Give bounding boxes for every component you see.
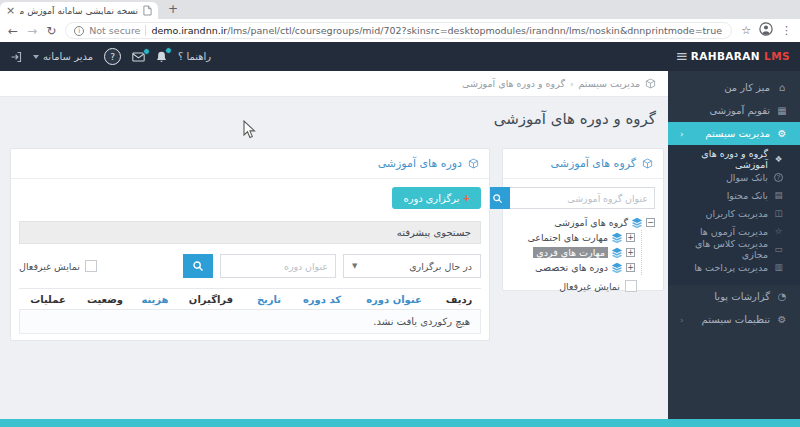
hold-course-button[interactable]: + برگزاری دوره	[392, 187, 481, 209]
hamburger-menu-icon[interactable]: ≡	[675, 47, 688, 65]
column-header-cost[interactable]: هزینه	[133, 294, 177, 305]
notification-badge	[143, 48, 150, 55]
tree-node-selected[interactable]: + مهارت های فردی	[511, 245, 635, 260]
profile-icon[interactable]	[759, 21, 773, 40]
submenu-item-course-groups[interactable]: ❖ گروه و دوره های آموزشی	[668, 150, 800, 168]
submenu-item-question-bank[interactable]: ? بانک سوال	[668, 168, 800, 186]
search-icon	[192, 260, 204, 272]
group-title-search-input[interactable]	[510, 187, 655, 209]
chevron-left-icon: ‹	[680, 315, 684, 325]
user-name: مدیر سامانه	[43, 51, 93, 62]
column-header-operations: عملیات	[19, 294, 77, 305]
browser-tab-strip: × نسخه نمایشی سامانه آموزش مجازی +	[0, 0, 800, 19]
question-circle-icon: ?	[774, 173, 783, 182]
page-title: گروه و دوره های آموزشی	[0, 110, 656, 128]
tree-node-label[interactable]: گروه های آموزشی	[554, 217, 628, 228]
back-icon[interactable]: ←	[8, 25, 18, 37]
sidebar-item-label: تنظیمات سیستم	[702, 314, 770, 325]
url-domain: demo.irandnn.ir	[151, 25, 227, 36]
sidebar-item-label: مدیریت سیستم	[705, 128, 770, 139]
groups-panel-title: گروه های آموزشی	[551, 157, 636, 170]
expand-icon[interactable]: +	[626, 263, 635, 272]
more-menu-icon[interactable]: ⋮	[781, 24, 792, 37]
collapse-icon[interactable]: −	[646, 218, 655, 227]
messages-icon[interactable]	[132, 52, 145, 62]
tree-node-root[interactable]: − گروه های آموزشی	[511, 215, 655, 230]
show-inactive-label: نمایش غیرفعال	[19, 261, 80, 272]
empty-table-message: هیچ رکوردی یافت نشد.	[19, 310, 481, 334]
column-header-row: ردیف	[437, 294, 481, 305]
submenu-item-virtual-classes[interactable]: ▭ مدیریت کلاس های مجازی	[668, 240, 800, 258]
monitor-icon: ▭	[773, 244, 784, 254]
cube-icon	[468, 158, 479, 169]
layers-icon	[631, 217, 643, 229]
show-inactive-label: نمایش غیرفعال	[559, 281, 620, 292]
notifications-bell-icon[interactable]	[156, 51, 167, 63]
sidebar-item-system-settings[interactable]: ⚙ تنظیمات سیستم ‹	[668, 308, 800, 331]
tree-node-label[interactable]: مهارت های فردی	[533, 247, 608, 258]
sidebar-item-my-desk[interactable]: ⌂ میز کار من	[668, 76, 800, 99]
sidebar-item-dynamic-reports[interactable]: ◔ گزارشات پویا	[668, 285, 800, 308]
column-header-course-code[interactable]: کد دوره	[293, 294, 351, 305]
course-search-button[interactable]	[183, 254, 213, 278]
course-title-search-input[interactable]	[220, 254, 336, 278]
sidebar-item-calendar[interactable]: ▦ تقویم آموزشی	[668, 99, 800, 122]
tab-title: نسخه نمایشی سامانه آموزش مجازی	[20, 6, 138, 16]
sidebar-nav: ⌂ میز کار من ▦ تقویم آموزشی ⚙ مدیریت سیس…	[668, 71, 800, 419]
hold-course-label: برگزاری دوره	[403, 193, 459, 204]
cube-icon	[642, 158, 653, 169]
groups-panel-header: گروه های آموزشی	[503, 149, 663, 179]
question-mark-icon: ؟	[178, 51, 183, 62]
groups-panel: گروه های آموزشی −	[502, 148, 664, 291]
column-header-course-title[interactable]: عنوان دوره	[351, 294, 437, 305]
new-tab-button[interactable]: +	[168, 2, 178, 16]
breadcrumb: مدیریت سیستم ‹ گروه و دوره های آموزشی	[0, 71, 668, 97]
app-logo: RAHBARAN LMS	[691, 50, 790, 62]
show-inactive-checkbox[interactable]	[625, 280, 637, 292]
expand-icon[interactable]: +	[626, 233, 635, 242]
mouse-cursor	[243, 120, 256, 143]
expand-icon[interactable]: +	[626, 248, 635, 257]
tree-node[interactable]: + دوره های تخصصی	[511, 260, 635, 275]
breadcrumb-parent[interactable]: مدیریت سیستم	[579, 78, 640, 89]
sidebar-item-label: تقویم آموزشی	[710, 105, 770, 116]
gear-icon: ⚙	[776, 314, 788, 325]
sidebar-item-label: میز کار من	[724, 82, 770, 93]
user-menu[interactable]: مدیر سامانه	[33, 51, 93, 62]
submenu-item-label: بانک محتوا	[727, 190, 768, 201]
course-status-select[interactable]: در حال برگزاری ▼	[343, 254, 481, 278]
help-label: راهنما	[186, 51, 211, 62]
submenu-item-user-management[interactable]: ◫ مدیریت کاربران	[668, 204, 800, 222]
help-button[interactable]: راهنما ؟	[178, 51, 211, 62]
courses-panel-title: دوره های آموزشی	[378, 157, 462, 170]
advanced-search-toggle[interactable]: جستجوی پیشرفته	[19, 221, 481, 244]
omnibox-divider	[145, 25, 146, 36]
show-inactive-checkbox[interactable]	[85, 260, 97, 272]
main-content: مدیریت سیستم ‹ گروه و دوره های آموزشی گر…	[0, 71, 668, 419]
tree-node-label[interactable]: مهارت های اجتماعی	[527, 232, 608, 243]
select-caret-icon: ▼	[352, 262, 357, 270]
submenu-item-content-bank[interactable]: ▤ بانک محتوا	[668, 186, 800, 204]
url-path: /lms/panel/ctl/coursegroups/mid/702?skin…	[227, 25, 722, 36]
app-header: مدیر سامانه ? راهنما ؟ ≡ RAHBARAN LMS	[0, 42, 800, 71]
url-text: demo.irandnn.ir/lms/panel/ctl/coursegrou…	[151, 25, 722, 36]
bookmark-star-icon[interactable]: ☆	[741, 24, 751, 37]
address-bar[interactable]: i Not secure demo.irandnn.ir/lms/panel/c…	[65, 22, 732, 39]
submenu-item-label: بانک سوال	[726, 172, 768, 183]
browser-tab[interactable]: × نسخه نمایشی سامانه آموزش مجازی	[0, 2, 158, 19]
avatar[interactable]: ?	[104, 48, 121, 65]
users-icon: ◫	[773, 208, 784, 218]
sidebar-item-system-management[interactable]: ⚙ مدیریت سیستم ‹	[668, 122, 800, 145]
forward-icon[interactable]: →	[27, 25, 37, 37]
column-header-date[interactable]: تاریخ	[245, 294, 293, 305]
reload-icon[interactable]: ↻	[46, 25, 56, 37]
breadcrumb-current: گروه و دوره های آموزشی	[462, 78, 565, 89]
logout-icon[interactable]	[10, 51, 22, 63]
submenu-item-payments[interactable]: ▥ مدیریت پرداخت ها	[668, 258, 800, 276]
close-icon[interactable]: ×	[6, 5, 15, 16]
tree-node[interactable]: + مهارت های اجتماعی	[511, 230, 635, 245]
sidebar-submenu: ❖ گروه و دوره های آموزشی ? بانک سوال ▤ ب…	[668, 145, 800, 285]
courses-panel: دوره های آموزشی + برگزاری دوره جستجوی پی…	[10, 148, 490, 341]
tree-node-label[interactable]: دوره های تخصصی	[535, 262, 608, 273]
info-icon[interactable]: i	[74, 26, 84, 36]
